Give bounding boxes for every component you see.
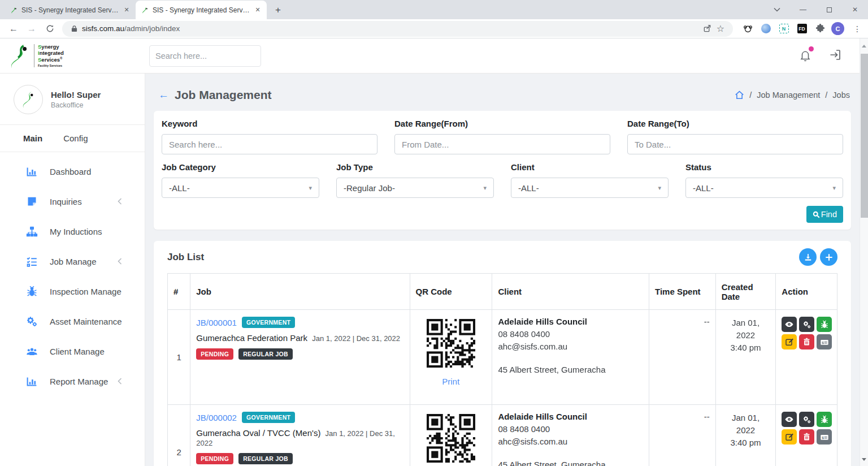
view-button[interactable] (782, 412, 797, 427)
browser-menu-icon[interactable]: ⋮ (853, 24, 861, 33)
window-restore-button[interactable] (816, 0, 842, 19)
gears-icon (802, 320, 811, 329)
back-button[interactable]: ← (6, 21, 21, 36)
logout-button[interactable] (828, 48, 842, 64)
scrollbar-up-arrow[interactable] (860, 42, 868, 50)
date-from-label: Date Range(From) (394, 119, 610, 128)
window-minimize-button[interactable]: — (790, 0, 816, 19)
sidebar-item-job-manage[interactable]: Job Manage (0, 247, 145, 277)
reload-button[interactable] (42, 21, 57, 36)
print-link[interactable]: Print (442, 377, 460, 386)
client-name: Adelaide Hills Council (498, 412, 643, 421)
job-id-link[interactable]: JB/000002 (196, 413, 237, 422)
extension-monkey-icon[interactable] (741, 22, 754, 36)
job-type-select[interactable]: -Regular Job-▾ (336, 178, 494, 198)
edit-button[interactable] (782, 429, 797, 445)
extensions-puzzle-icon[interactable] (813, 22, 827, 36)
created-time: 3:40 pm (722, 342, 770, 354)
qr-code (427, 319, 475, 368)
settings-button[interactable] (799, 412, 814, 427)
status-badge: PENDING (196, 348, 233, 360)
extension-n-icon[interactable]: N (777, 22, 791, 36)
tab-close-icon[interactable]: ✕ (122, 6, 131, 15)
page-scrollbar[interactable] (860, 38, 868, 466)
browser-tab-active[interactable]: SIS - Synergy Integrated Service ✕ (136, 1, 267, 19)
bug-icon (26, 286, 38, 297)
view-button[interactable] (782, 317, 797, 332)
svg-text:$: $ (822, 340, 824, 344)
job-category-select[interactable]: -ALL-▾ (162, 178, 319, 198)
job-list-panel: Job List # Job QR Code (154, 241, 851, 466)
share-icon[interactable] (700, 22, 714, 36)
notifications-button[interactable] (799, 48, 811, 64)
settings-button[interactable] (799, 317, 814, 332)
edit-button[interactable] (782, 334, 797, 350)
list-check-icon (26, 256, 38, 267)
add-job-button[interactable] (820, 248, 837, 266)
invoice-button[interactable]: $ (817, 334, 832, 350)
app-header: Synergy Integrated Services® Facility Se… (0, 38, 868, 74)
tab-search-chevron-icon[interactable] (764, 0, 790, 19)
invoice-button[interactable]: $ (817, 429, 832, 445)
date-from-input[interactable] (394, 134, 610, 154)
search-icon (813, 211, 820, 218)
tab-close-icon[interactable]: ✕ (253, 6, 262, 15)
notification-dot (809, 46, 814, 51)
browser-titlebar: SIS - Synergy Integrated Service ✕ SIS -… (0, 0, 868, 19)
download-button[interactable] (799, 248, 817, 266)
delete-button[interactable] (799, 334, 814, 350)
home-icon[interactable] (735, 90, 744, 100)
scrollbar-down-arrow[interactable] (860, 455, 868, 464)
page-back-arrow[interactable]: ← (158, 89, 169, 101)
logo-swoosh-icon (8, 43, 31, 69)
breadcrumb-item[interactable]: Job Management (757, 90, 820, 100)
window-close-button[interactable]: ✕ (842, 0, 868, 19)
caret-down-icon: ▾ (309, 184, 312, 192)
client-phone: 08 8408 0400 (498, 424, 643, 434)
logout-icon (828, 48, 842, 62)
site-favicon-icon (10, 6, 18, 14)
bookmark-star-icon[interactable]: ☆ (714, 22, 727, 36)
date-to-label: Date Range(To) (627, 119, 843, 128)
sidebar-item-report-manage[interactable]: Report Manage (0, 366, 145, 396)
sidebar-item-asset-maintenance[interactable]: Asset Maintenance (0, 307, 145, 336)
main-content: ← Job Management / Job Management / Jobs… (145, 74, 868, 466)
address-bar[interactable]: sisfs.com.au/admin/job/index ☆ (62, 21, 733, 37)
job-id-link[interactable]: JB/000001 (196, 318, 237, 327)
column-header-action: Action (776, 274, 837, 310)
header-search-input[interactable] (155, 51, 261, 61)
client-select[interactable]: -ALL-▾ (511, 178, 669, 198)
sidebar-item-inquiries[interactable]: Inquiries (0, 187, 145, 217)
breadcrumb-item[interactable]: Jobs (832, 90, 850, 100)
page-title: Job Management (175, 88, 272, 102)
users-icon (26, 346, 38, 357)
inspection-button[interactable] (817, 317, 832, 332)
status-select[interactable]: -ALL-▾ (685, 178, 843, 198)
job-category-label: Job Category (162, 162, 319, 172)
chevron-left-icon (118, 377, 122, 387)
app-logo[interactable]: Synergy Integrated Services® Facility Se… (0, 38, 145, 73)
job-list-title: Job List (167, 252, 204, 263)
table-row: 1 JB/000001 GOVERNMENT Gumerachca Federa… (168, 310, 837, 405)
money-check-icon: $ (820, 338, 829, 347)
inspection-button[interactable] (817, 412, 832, 427)
browser-tab-inactive[interactable]: SIS - Synergy Integrated Service ✕ (5, 1, 136, 19)
sidebar-item-dashboard[interactable]: Dashboard (0, 157, 145, 187)
date-to-input[interactable] (627, 134, 843, 154)
extension-fd-icon[interactable]: FD (795, 22, 809, 36)
find-button[interactable]: Find (806, 206, 843, 223)
new-tab-button[interactable]: + (270, 2, 286, 18)
sidebar-tab-main[interactable]: Main (23, 133, 42, 143)
sidebar-tab-config[interactable]: Config (63, 133, 88, 143)
sidebar-item-inspection-manage[interactable]: Inspection Manage (0, 277, 145, 307)
sidebar-item-client-manage[interactable]: Client Manage (0, 336, 145, 366)
keyword-input[interactable] (162, 134, 377, 154)
delete-button[interactable] (799, 429, 814, 445)
logo-text: Synergy Integrated Services® Facility Se… (34, 44, 64, 67)
tab-title: SIS - Synergy Integrated Service (21, 6, 119, 14)
forward-button[interactable]: → (24, 21, 39, 36)
scrollbar-thumb[interactable] (861, 54, 868, 218)
sidebar-item-my-inductions[interactable]: My Inductions (0, 217, 145, 247)
profile-avatar[interactable]: C (831, 22, 844, 35)
extension-blue-icon[interactable] (759, 22, 772, 36)
